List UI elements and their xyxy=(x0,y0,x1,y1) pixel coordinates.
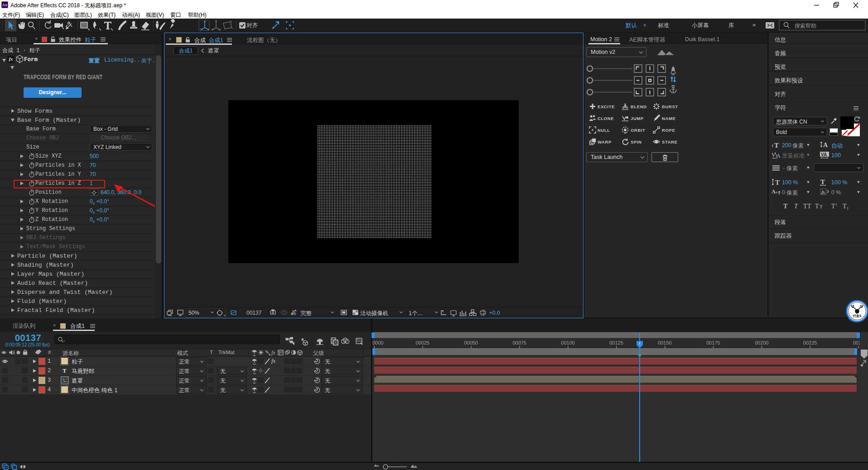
svg-text:t: t xyxy=(772,143,773,148)
svg-text:T: T xyxy=(803,203,807,210)
svg-text:T: T xyxy=(807,203,811,210)
svg-text:1: 1 xyxy=(847,206,849,210)
svg-text:T: T xyxy=(815,203,819,210)
svg-text:A: A xyxy=(776,153,781,158)
svg-text:T: T xyxy=(774,142,779,149)
svg-text:1: 1 xyxy=(835,203,837,207)
svg-text:T: T xyxy=(831,203,835,210)
svg-text:行走S: 行走S xyxy=(853,314,862,318)
svg-text:0000: 0000 xyxy=(372,340,383,345)
svg-text:00150: 00150 xyxy=(658,340,672,345)
svg-text:00225: 00225 xyxy=(803,340,817,345)
svg-text:a: a xyxy=(776,190,777,194)
svg-text:あ: あ xyxy=(821,190,826,195)
svg-text:T: T xyxy=(783,203,788,210)
svg-text:00025: 00025 xyxy=(416,340,430,345)
svg-text:00175: 00175 xyxy=(706,340,720,345)
svg-text:T: T xyxy=(775,179,780,186)
svg-text:00200: 00200 xyxy=(755,340,769,345)
svg-text:T: T xyxy=(820,204,823,209)
svg-text:T: T xyxy=(820,178,825,186)
svg-text:T: T xyxy=(794,203,798,210)
svg-text:00075: 00075 xyxy=(512,340,526,345)
svg-text:00100: 00100 xyxy=(561,340,575,345)
svg-text:T: T xyxy=(843,203,847,210)
svg-text:00125: 00125 xyxy=(609,340,623,345)
svg-text:A: A xyxy=(772,188,776,195)
svg-text:fx: fx xyxy=(271,350,275,356)
svg-text:00050: 00050 xyxy=(464,340,478,345)
svg-text:V: V xyxy=(772,152,776,158)
svg-text:A: A xyxy=(823,142,828,149)
svg-text:VA: VA xyxy=(821,152,827,157)
